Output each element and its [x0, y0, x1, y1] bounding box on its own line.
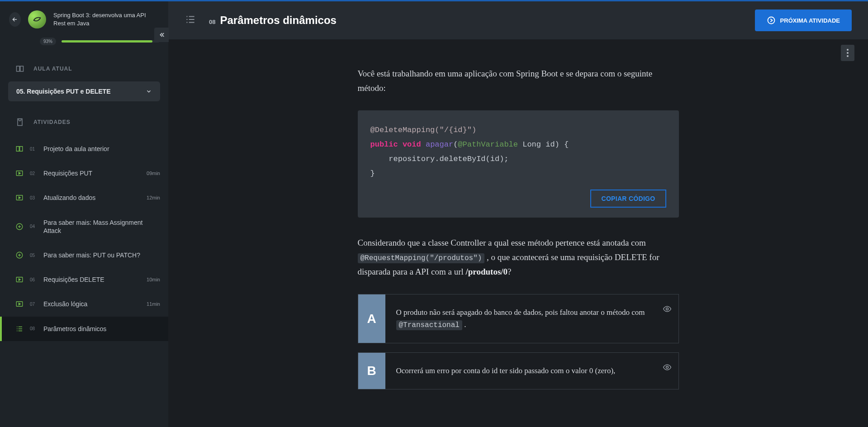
book-icon — [15, 145, 24, 153]
activity-number: 04 — [30, 224, 37, 229]
collapse-sidebar-button[interactable] — [154, 28, 169, 42]
section-activities: ATIVIDADES — [0, 109, 168, 135]
plus-icon — [15, 251, 24, 259]
progress-row: 93% — [0, 33, 168, 56]
option-letter: A — [358, 294, 385, 343]
svg-point-6 — [768, 17, 774, 24]
course-logo — [28, 10, 46, 28]
reveal-icon[interactable] — [656, 294, 678, 343]
video-icon — [15, 194, 24, 202]
back-button[interactable] — [9, 12, 21, 27]
tasks-icon — [185, 14, 196, 27]
activity-item-03[interactable]: 03Atualizando dados12min — [0, 185, 168, 210]
code-block: @DeleteMapping("/{id}") public void apag… — [358, 110, 679, 218]
activity-label: Requisições PUT — [43, 169, 140, 177]
main: 08 Parâmetros dinâmicos PRÓXIMA ATIVIDAD… — [168, 1, 868, 427]
video-icon — [15, 169, 24, 177]
course-title: Spring Boot 3: desenvolva uma API Rest e… — [53, 11, 159, 28]
lesson-name: Parâmetros dinâmicos — [220, 14, 336, 27]
section-current-class: AULA ATUAL — [0, 56, 168, 81]
activity-item-01[interactable]: 01Projeto da aula anterior — [0, 137, 168, 161]
activity-number: 05 — [30, 253, 37, 258]
video-icon — [15, 275, 24, 284]
option-letter: B — [358, 353, 385, 389]
activity-item-04[interactable]: 04Para saber mais: Mass Assignment Attac… — [0, 210, 168, 243]
progress-percent: 93% — [40, 38, 56, 45]
activity-duration: 12min — [147, 195, 160, 200]
plus-icon — [15, 223, 24, 231]
activity-label: Parâmetros dinâmicos — [43, 325, 160, 333]
activity-label: Para saber mais: PUT ou PATCH? — [43, 251, 160, 259]
activity-item-02[interactable]: 02Requisições PUT09min — [0, 161, 168, 185]
copy-code-button[interactable]: COPIAR CÓDIGO — [590, 190, 666, 208]
activity-number: 08 — [30, 326, 37, 331]
activity-item-05[interactable]: 05Para saber mais: PUT ou PATCH? — [0, 243, 168, 267]
activity-number: 01 — [30, 147, 37, 152]
lesson-number: 08 — [209, 19, 215, 25]
activity-duration: 09min — [147, 171, 160, 176]
progress-bar — [62, 40, 159, 43]
svg-point-8 — [666, 366, 668, 369]
activity-label: Projeto da aula anterior — [43, 145, 160, 153]
question-body: Considerando que a classe Controller a q… — [358, 236, 679, 280]
chapter-select[interactable]: 05. Requisições PUT e DELETE — [8, 81, 160, 101]
activity-item-07[interactable]: 07Exclusão lógica11min — [0, 292, 168, 316]
activity-item-06[interactable]: 06Requisições DELETE10min — [0, 267, 168, 292]
activity-label: Requisições DELETE — [43, 275, 140, 284]
topbar: 08 Parâmetros dinâmicos PRÓXIMA ATIVIDAD… — [168, 1, 868, 39]
activity-label: Exclusão lógica — [43, 300, 140, 308]
activity-number: 06 — [30, 277, 37, 282]
activity-number: 03 — [30, 195, 37, 200]
activity-number: 02 — [30, 171, 37, 176]
option-text: Ocorrerá um erro por conta do id ter sid… — [385, 353, 656, 389]
next-activity-button[interactable]: PRÓXIMA ATIVIDADE — [755, 9, 852, 31]
activity-item-08[interactable]: 08Parâmetros dinâmicos — [0, 317, 168, 341]
activity-duration: 11min — [147, 301, 160, 307]
activity-duration: 10min — [147, 277, 160, 282]
list-icon — [15, 325, 24, 333]
option-text: O produto não será apagado do banco de d… — [385, 294, 656, 343]
video-icon — [15, 300, 24, 308]
activity-label: Atualizando dados — [43, 194, 140, 202]
question-intro: Você está trabalhando em uma aplicação c… — [358, 66, 679, 96]
more-menu-button[interactable] — [841, 45, 854, 61]
sidebar: Spring Boot 3: desenvolva uma API Rest e… — [0, 1, 168, 427]
activity-number: 07 — [30, 302, 37, 307]
answer-option-b[interactable]: BOcorrerá um erro por conta do id ter si… — [358, 352, 679, 389]
reveal-icon[interactable] — [656, 353, 678, 389]
activity-label: Para saber mais: Mass Assignment Attack — [43, 218, 160, 235]
chevron-down-icon — [146, 88, 152, 95]
svg-point-7 — [666, 308, 668, 310]
answer-option-a[interactable]: AO produto não será apagado do banco de … — [358, 294, 679, 344]
